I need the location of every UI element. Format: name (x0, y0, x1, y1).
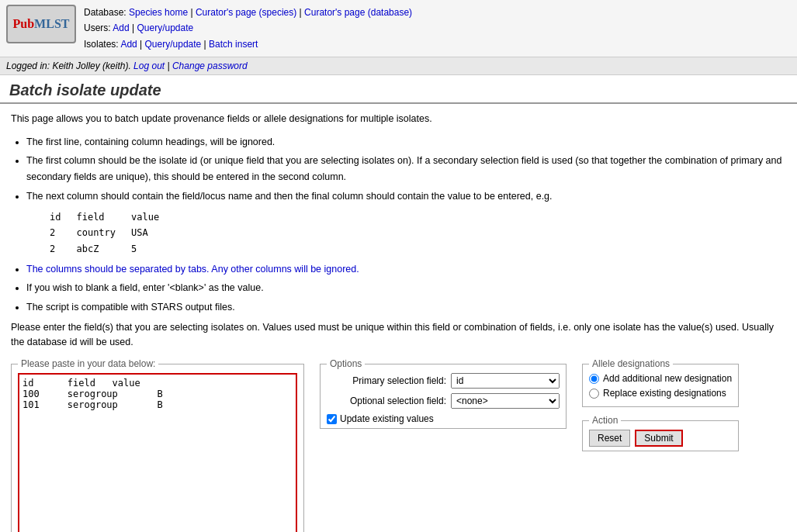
allele-panel-title: Allele designations (589, 358, 673, 369)
allele-option1-radio[interactable] (589, 374, 599, 384)
isolates-label: Isolates: (84, 39, 119, 50)
intro-text: This page allows you to batch update pro… (11, 112, 786, 126)
bullet-6: The script is compatible with STARS outp… (26, 299, 786, 316)
users-label: Users: (84, 22, 111, 33)
header: PubMLST Database: Species home | Curator… (0, 0, 797, 57)
species-home-link[interactable]: Species home (129, 7, 188, 18)
bullet-3: The next column should contain the field… (26, 188, 786, 257)
primary-field-select[interactable]: id (451, 373, 560, 389)
login-text: Logged in: Keith Jolley (keith). (6, 60, 131, 71)
paste-panel: Please paste in your data below: id fiel… (11, 358, 304, 532)
login-bar: Logged in: Keith Jolley (keith). Log out… (0, 57, 797, 75)
reset-button[interactable]: Reset (589, 430, 630, 447)
action-buttons: Reset Submit (589, 430, 732, 447)
allele-option1-row: Add additional new designation (589, 373, 732, 384)
header-info: Database: Species home | Curator's page … (84, 5, 412, 52)
logo: PubMLST (6, 5, 76, 43)
isolates-add-link[interactable]: Add (120, 39, 137, 50)
optional-field-row: Optional selection field: <none> (327, 393, 560, 409)
right-panels: Allele designations Add additional new d… (582, 358, 739, 532)
allele-panel: Allele designations Add additional new d… (582, 358, 739, 407)
action-panel-title: Action (589, 415, 621, 426)
isolates-query-link[interactable]: Query/update (145, 39, 202, 50)
page-title: Batch isolate update (9, 81, 788, 99)
isolates-batch-link[interactable]: Batch insert (209, 39, 258, 50)
update-existing-row: Update existing values (327, 413, 560, 424)
change-password-link[interactable]: Change password (172, 60, 248, 71)
allele-option2-radio[interactable] (589, 389, 599, 399)
database-label: Database: (84, 7, 126, 18)
optional-field-label: Optional selection field: (327, 396, 451, 406)
users-query-link[interactable]: Query/update (137, 22, 194, 33)
logout-link[interactable]: Log out (133, 60, 165, 71)
update-existing-label: Update existing values (340, 413, 434, 424)
bullet-2: The first column should be the isolate i… (26, 153, 786, 186)
allele-option2-label: Replace existing designations (603, 388, 726, 399)
users-add-link[interactable]: Add (113, 22, 129, 33)
allele-option1-label: Add additional new designation (603, 373, 732, 384)
options-panel-title: Options (327, 358, 365, 369)
update-existing-checkbox[interactable] (327, 414, 337, 424)
users-row: Users: Add | Query/update (84, 20, 412, 36)
bullet-list: The first line, containing column headin… (26, 134, 786, 316)
paste-panel-label: Please paste in your data below: (18, 358, 158, 369)
database-row: Database: Species home | Curator's page … (84, 5, 412, 20)
lower-section: Please paste in your data below: id fiel… (11, 358, 786, 532)
bullet-1: The first line, containing column headin… (26, 134, 786, 150)
curator-database-link[interactable]: Curator's page (database) (304, 7, 412, 18)
optional-field-select[interactable]: <none> (451, 393, 560, 409)
note-text: Please enter the field(s) that you are s… (11, 320, 786, 350)
options-panel: Options Primary selection field: id Opti… (320, 358, 567, 429)
curator-species-link[interactable]: Curator's page (species) (196, 7, 296, 18)
action-panel: Action Reset Submit (582, 415, 739, 451)
main-content: This page allows you to batch update pro… (0, 104, 797, 532)
code-example: id field value 2 country USA 2 abcZ 5 (50, 209, 786, 257)
bullet-5: If you wish to blank a field, enter '<bl… (26, 280, 786, 296)
allele-option2-row: Replace existing designations (589, 388, 732, 399)
primary-field-label: Primary selection field: (327, 375, 451, 386)
bullet-4: The columns should be separated by tabs.… (26, 261, 786, 278)
paste-textarea[interactable]: id field value 100 serogroup B 101 serog… (18, 373, 297, 532)
page-title-area: Batch isolate update (0, 75, 797, 104)
primary-field-row: Primary selection field: id (327, 373, 560, 389)
submit-button[interactable]: Submit (635, 430, 682, 447)
isolates-row: Isolates: Add | Query/update | Batch ins… (84, 36, 412, 52)
